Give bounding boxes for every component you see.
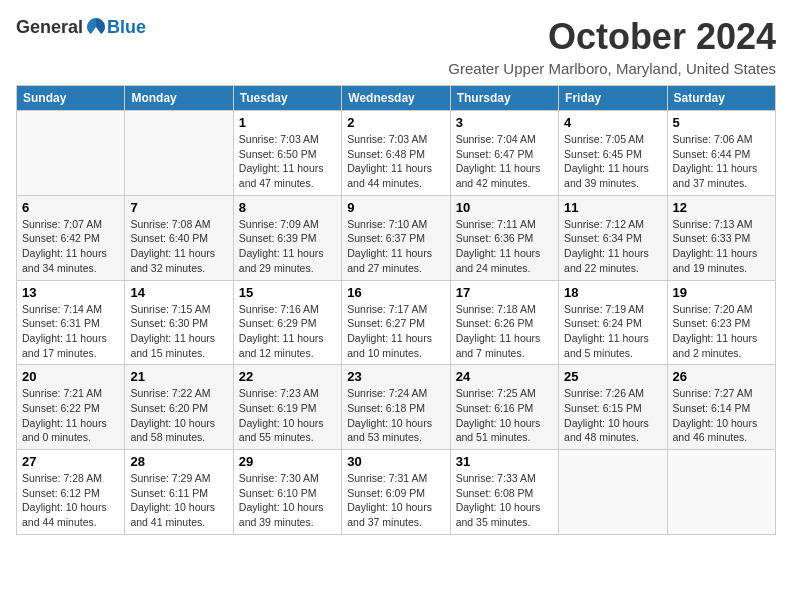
logo-general-text: General — [16, 17, 83, 38]
calendar-cell: 11Sunrise: 7:12 AM Sunset: 6:34 PM Dayli… — [559, 195, 667, 280]
day-of-week-header: Monday — [125, 86, 233, 111]
calendar-cell: 16Sunrise: 7:17 AM Sunset: 6:27 PM Dayli… — [342, 280, 450, 365]
day-number: 25 — [564, 369, 661, 384]
day-number: 22 — [239, 369, 336, 384]
calendar-cell: 24Sunrise: 7:25 AM Sunset: 6:16 PM Dayli… — [450, 365, 558, 450]
day-of-week-header: Saturday — [667, 86, 775, 111]
day-number: 12 — [673, 200, 770, 215]
day-number: 4 — [564, 115, 661, 130]
calendar-cell: 15Sunrise: 7:16 AM Sunset: 6:29 PM Dayli… — [233, 280, 341, 365]
calendar-cell — [17, 111, 125, 196]
calendar-week-row: 1Sunrise: 7:03 AM Sunset: 6:50 PM Daylig… — [17, 111, 776, 196]
calendar-cell: 22Sunrise: 7:23 AM Sunset: 6:19 PM Dayli… — [233, 365, 341, 450]
calendar-body: 1Sunrise: 7:03 AM Sunset: 6:50 PM Daylig… — [17, 111, 776, 535]
day-of-week-header: Sunday — [17, 86, 125, 111]
cell-content: Sunrise: 7:26 AM Sunset: 6:15 PM Dayligh… — [564, 386, 661, 445]
day-number: 13 — [22, 285, 119, 300]
day-number: 1 — [239, 115, 336, 130]
cell-content: Sunrise: 7:11 AM Sunset: 6:36 PM Dayligh… — [456, 217, 553, 276]
calendar-cell: 9Sunrise: 7:10 AM Sunset: 6:37 PM Daylig… — [342, 195, 450, 280]
cell-content: Sunrise: 7:14 AM Sunset: 6:31 PM Dayligh… — [22, 302, 119, 361]
day-of-week-header: Tuesday — [233, 86, 341, 111]
day-number: 10 — [456, 200, 553, 215]
calendar-cell: 21Sunrise: 7:22 AM Sunset: 6:20 PM Dayli… — [125, 365, 233, 450]
day-number: 23 — [347, 369, 444, 384]
day-number: 27 — [22, 454, 119, 469]
day-number: 11 — [564, 200, 661, 215]
calendar-cell: 1Sunrise: 7:03 AM Sunset: 6:50 PM Daylig… — [233, 111, 341, 196]
cell-content: Sunrise: 7:20 AM Sunset: 6:23 PM Dayligh… — [673, 302, 770, 361]
day-number: 29 — [239, 454, 336, 469]
calendar-header-row: SundayMondayTuesdayWednesdayThursdayFrid… — [17, 86, 776, 111]
day-number: 7 — [130, 200, 227, 215]
cell-content: Sunrise: 7:30 AM Sunset: 6:10 PM Dayligh… — [239, 471, 336, 530]
calendar-cell: 30Sunrise: 7:31 AM Sunset: 6:09 PM Dayli… — [342, 450, 450, 535]
page-header: General Blue October 2024 Greater Upper … — [16, 16, 776, 77]
calendar-cell: 14Sunrise: 7:15 AM Sunset: 6:30 PM Dayli… — [125, 280, 233, 365]
calendar-cell: 31Sunrise: 7:33 AM Sunset: 6:08 PM Dayli… — [450, 450, 558, 535]
day-number: 24 — [456, 369, 553, 384]
cell-content: Sunrise: 7:17 AM Sunset: 6:27 PM Dayligh… — [347, 302, 444, 361]
cell-content: Sunrise: 7:06 AM Sunset: 6:44 PM Dayligh… — [673, 132, 770, 191]
calendar-table: SundayMondayTuesdayWednesdayThursdayFrid… — [16, 85, 776, 535]
calendar-cell: 29Sunrise: 7:30 AM Sunset: 6:10 PM Dayli… — [233, 450, 341, 535]
calendar-cell: 19Sunrise: 7:20 AM Sunset: 6:23 PM Dayli… — [667, 280, 775, 365]
location-subtitle: Greater Upper Marlboro, Maryland, United… — [448, 60, 776, 77]
cell-content: Sunrise: 7:16 AM Sunset: 6:29 PM Dayligh… — [239, 302, 336, 361]
cell-content: Sunrise: 7:12 AM Sunset: 6:34 PM Dayligh… — [564, 217, 661, 276]
calendar-cell: 18Sunrise: 7:19 AM Sunset: 6:24 PM Dayli… — [559, 280, 667, 365]
calendar-cell: 4Sunrise: 7:05 AM Sunset: 6:45 PM Daylig… — [559, 111, 667, 196]
day-number: 19 — [673, 285, 770, 300]
calendar-week-row: 27Sunrise: 7:28 AM Sunset: 6:12 PM Dayli… — [17, 450, 776, 535]
cell-content: Sunrise: 7:24 AM Sunset: 6:18 PM Dayligh… — [347, 386, 444, 445]
calendar-cell: 13Sunrise: 7:14 AM Sunset: 6:31 PM Dayli… — [17, 280, 125, 365]
day-number: 2 — [347, 115, 444, 130]
calendar-cell: 17Sunrise: 7:18 AM Sunset: 6:26 PM Dayli… — [450, 280, 558, 365]
cell-content: Sunrise: 7:10 AM Sunset: 6:37 PM Dayligh… — [347, 217, 444, 276]
calendar-cell — [559, 450, 667, 535]
calendar-cell: 20Sunrise: 7:21 AM Sunset: 6:22 PM Dayli… — [17, 365, 125, 450]
cell-content: Sunrise: 7:09 AM Sunset: 6:39 PM Dayligh… — [239, 217, 336, 276]
day-number: 21 — [130, 369, 227, 384]
day-number: 9 — [347, 200, 444, 215]
cell-content: Sunrise: 7:23 AM Sunset: 6:19 PM Dayligh… — [239, 386, 336, 445]
day-number: 5 — [673, 115, 770, 130]
title-section: October 2024 Greater Upper Marlboro, Mar… — [448, 16, 776, 77]
day-number: 14 — [130, 285, 227, 300]
calendar-cell: 8Sunrise: 7:09 AM Sunset: 6:39 PM Daylig… — [233, 195, 341, 280]
calendar-cell — [667, 450, 775, 535]
calendar-cell: 10Sunrise: 7:11 AM Sunset: 6:36 PM Dayli… — [450, 195, 558, 280]
day-number: 17 — [456, 285, 553, 300]
month-title: October 2024 — [448, 16, 776, 58]
day-number: 31 — [456, 454, 553, 469]
calendar-cell: 3Sunrise: 7:04 AM Sunset: 6:47 PM Daylig… — [450, 111, 558, 196]
logo-blue-text: Blue — [107, 17, 146, 38]
calendar-cell: 6Sunrise: 7:07 AM Sunset: 6:42 PM Daylig… — [17, 195, 125, 280]
day-number: 28 — [130, 454, 227, 469]
calendar-cell: 5Sunrise: 7:06 AM Sunset: 6:44 PM Daylig… — [667, 111, 775, 196]
day-of-week-header: Wednesday — [342, 86, 450, 111]
day-of-week-header: Thursday — [450, 86, 558, 111]
calendar-cell: 26Sunrise: 7:27 AM Sunset: 6:14 PM Dayli… — [667, 365, 775, 450]
calendar-cell: 2Sunrise: 7:03 AM Sunset: 6:48 PM Daylig… — [342, 111, 450, 196]
day-number: 26 — [673, 369, 770, 384]
day-number: 15 — [239, 285, 336, 300]
cell-content: Sunrise: 7:03 AM Sunset: 6:48 PM Dayligh… — [347, 132, 444, 191]
cell-content: Sunrise: 7:22 AM Sunset: 6:20 PM Dayligh… — [130, 386, 227, 445]
day-number: 30 — [347, 454, 444, 469]
cell-content: Sunrise: 7:19 AM Sunset: 6:24 PM Dayligh… — [564, 302, 661, 361]
cell-content: Sunrise: 7:28 AM Sunset: 6:12 PM Dayligh… — [22, 471, 119, 530]
cell-content: Sunrise: 7:15 AM Sunset: 6:30 PM Dayligh… — [130, 302, 227, 361]
cell-content: Sunrise: 7:27 AM Sunset: 6:14 PM Dayligh… — [673, 386, 770, 445]
day-number: 20 — [22, 369, 119, 384]
day-number: 8 — [239, 200, 336, 215]
day-number: 16 — [347, 285, 444, 300]
cell-content: Sunrise: 7:25 AM Sunset: 6:16 PM Dayligh… — [456, 386, 553, 445]
cell-content: Sunrise: 7:21 AM Sunset: 6:22 PM Dayligh… — [22, 386, 119, 445]
calendar-cell: 7Sunrise: 7:08 AM Sunset: 6:40 PM Daylig… — [125, 195, 233, 280]
calendar-cell: 12Sunrise: 7:13 AM Sunset: 6:33 PM Dayli… — [667, 195, 775, 280]
day-number: 18 — [564, 285, 661, 300]
calendar-week-row: 6Sunrise: 7:07 AM Sunset: 6:42 PM Daylig… — [17, 195, 776, 280]
calendar-cell: 23Sunrise: 7:24 AM Sunset: 6:18 PM Dayli… — [342, 365, 450, 450]
calendar-cell: 25Sunrise: 7:26 AM Sunset: 6:15 PM Dayli… — [559, 365, 667, 450]
